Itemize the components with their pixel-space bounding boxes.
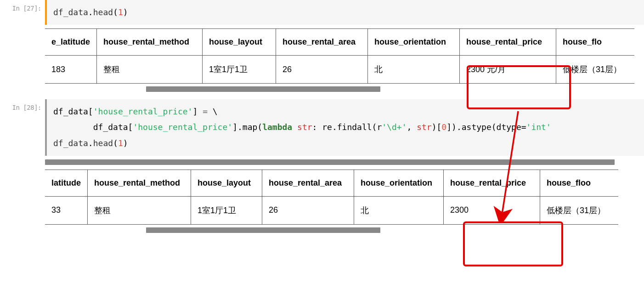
code-token: . — [88, 7, 93, 17]
output-28: latitude house_rental_method house_layou… — [45, 170, 644, 225]
table-row: 183 整租 1室1厅1卫 26 北 2300 元/月 低楼层（31层） — [45, 56, 634, 84]
cell-floor: 低楼层（31层） — [556, 56, 634, 84]
scrollbar-thumb[interactable] — [146, 227, 380, 233]
code-token: 1 — [118, 7, 123, 17]
prompt-28: In [28]: — [0, 99, 45, 156]
output-27: e_latitude house_rental_method house_lay… — [45, 28, 644, 84]
code-token: . — [88, 138, 93, 148]
code-token: str — [297, 122, 312, 132]
cell-latitude: 183 — [45, 56, 97, 84]
scrollbar-27[interactable] — [45, 86, 644, 92]
code-token: 1 — [118, 138, 123, 148]
col-orientation: house_orientation — [368, 29, 460, 56]
cell-price-28: 2300 — [444, 196, 540, 224]
code-token: 'int' — [526, 122, 551, 132]
cell-28: In [28]: df_data['house_rental_price'] =… — [0, 99, 644, 156]
cell-orientation: 北 — [354, 196, 444, 224]
col-floor: house_floo — [540, 170, 618, 196]
col-area: house_rental_area — [262, 170, 354, 196]
code-input-27[interactable]: df_data.head(1) — [45, 0, 644, 25]
col-price: house_rental_price — [460, 29, 556, 56]
col-method: house_rental_method — [88, 170, 191, 196]
code-token: \ — [208, 107, 218, 116]
cell-method: 整租 — [97, 56, 203, 84]
scrollbar-28-output[interactable] — [45, 227, 644, 233]
code-token: df_data — [53, 7, 88, 17]
code-token: 'house_rental_price' — [133, 122, 232, 132]
col-latitude: e_latitude — [45, 29, 97, 56]
code-token: ].map( — [232, 122, 262, 132]
code-token: = — [203, 107, 208, 116]
col-method: house_rental_method — [97, 29, 203, 56]
code-token: ) — [123, 138, 128, 148]
code-token: , — [407, 122, 417, 132]
cell-floor: 低楼层（31层） — [540, 196, 618, 224]
cell-area: 26 — [262, 196, 354, 224]
dataframe-28: latitude house_rental_method house_layou… — [45, 170, 618, 225]
code-token: head — [93, 7, 113, 17]
table-header-row: latitude house_rental_method house_layou… — [45, 170, 618, 196]
code-token: )[ — [432, 122, 442, 132]
cell-orientation: 北 — [368, 56, 460, 84]
cell-method: 整租 — [88, 196, 191, 224]
code-token: df_data[ — [53, 122, 133, 132]
col-floor: house_flo — [556, 29, 634, 56]
code-token: '\d+' — [382, 122, 407, 132]
code-token: df_data — [53, 138, 88, 148]
code-token: : re.findall(r — [312, 122, 382, 132]
table-header-row: e_latitude house_rental_method house_lay… — [45, 29, 634, 56]
scrollbar-28-code[interactable] — [45, 159, 644, 165]
scrollbar-thumb[interactable] — [146, 86, 380, 92]
code-token: 'house_rental_price' — [93, 107, 193, 116]
code-token: ] — [192, 107, 203, 116]
code-token: lambda — [262, 122, 292, 132]
code-input-28[interactable]: df_data['house_rental_price'] = \ df_dat… — [45, 99, 644, 156]
col-orientation: house_orientation — [354, 170, 444, 196]
cell-layout: 1室1厅1卫 — [203, 56, 276, 84]
cell-area: 26 — [276, 56, 368, 84]
code-token: df_data[ — [53, 107, 93, 116]
table-row: 33 整租 1室1厅1卫 26 北 2300 低楼层（31层） — [45, 196, 618, 224]
code-token: ]).astype(dtype= — [446, 122, 526, 132]
prompt-27: In [27]: — [0, 0, 45, 25]
code-token: ) — [123, 7, 128, 17]
code-token: ( — [113, 7, 118, 17]
code-token: str — [417, 122, 432, 132]
col-layout: house_layout — [203, 29, 276, 56]
scrollbar-thumb[interactable] — [45, 159, 615, 165]
col-price: house_rental_price — [444, 170, 540, 196]
col-area: house_rental_area — [276, 29, 368, 56]
code-token: 0 — [441, 122, 446, 132]
cell-layout: 1室1厅1卫 — [191, 196, 262, 224]
col-layout: house_layout — [191, 170, 262, 196]
cell-price-27: 2300 元/月 — [460, 56, 556, 84]
col-latitude: latitude — [45, 170, 88, 196]
code-token: head — [93, 138, 113, 148]
cell-latitude: 33 — [45, 196, 88, 224]
code-token — [292, 122, 297, 132]
code-token: ( — [113, 138, 118, 148]
dataframe-27: e_latitude house_rental_method house_lay… — [45, 28, 634, 84]
cell-27: In [27]: df_data.head(1) — [0, 0, 644, 25]
